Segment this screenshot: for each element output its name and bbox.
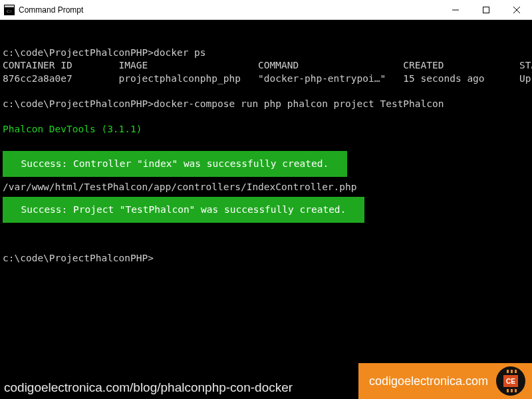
command-text: docker-compose run php phalcon project T… xyxy=(154,98,444,109)
logo-chip-label: CE xyxy=(503,375,518,387)
maximize-button[interactable] xyxy=(471,0,501,20)
prompt: c:\code\ProjectPhalconPHP> xyxy=(3,253,154,263)
minimize-button[interactable] xyxy=(440,0,471,20)
badge-site-text: codigoelectronica.com xyxy=(369,374,488,388)
svg-rect-1 xyxy=(5,5,14,7)
prompt: c:\code\ProjectPhalconPHP> xyxy=(3,47,154,58)
site-badge: codigoelectronica.com CE xyxy=(358,363,532,399)
file-path: /var/www/html/TestPhalcon/app/controller… xyxy=(3,182,357,192)
ps-header: CONTAINER ID IMAGE COMMAND CREATED STATU… xyxy=(3,60,532,70)
prompt: c:\code\ProjectPhalconPHP> xyxy=(3,98,154,109)
cmd-icon: C:\ xyxy=(4,5,15,15)
command-text: docker ps xyxy=(154,47,206,58)
devtools-line: Phalcon DevTools (3.1.1) xyxy=(3,124,142,134)
success-message: Success: Project "TestPhalcon" was succe… xyxy=(3,197,364,223)
success-message: Success: Controller "index" was successf… xyxy=(3,151,347,177)
terminal-body[interactable]: c:\code\ProjectPhalconPHP>docker ps CONT… xyxy=(0,20,532,399)
window-title: Command Prompt xyxy=(19,5,440,15)
watermark-url: codigoelectronica.com/blog/phalconphp-co… xyxy=(4,380,293,395)
svg-rect-4 xyxy=(483,7,489,13)
window: C:\ Command Prompt c:\code\ProjectPhalco… xyxy=(0,0,532,399)
logo-chip-icon: CE xyxy=(496,366,525,396)
titlebar[interactable]: C:\ Command Prompt xyxy=(0,0,532,20)
close-button[interactable] xyxy=(501,0,532,20)
ps-row: 876cc2a8a0e7 projectphalconphp_php "dock… xyxy=(3,73,532,84)
svg-text:C:\: C:\ xyxy=(7,9,12,13)
